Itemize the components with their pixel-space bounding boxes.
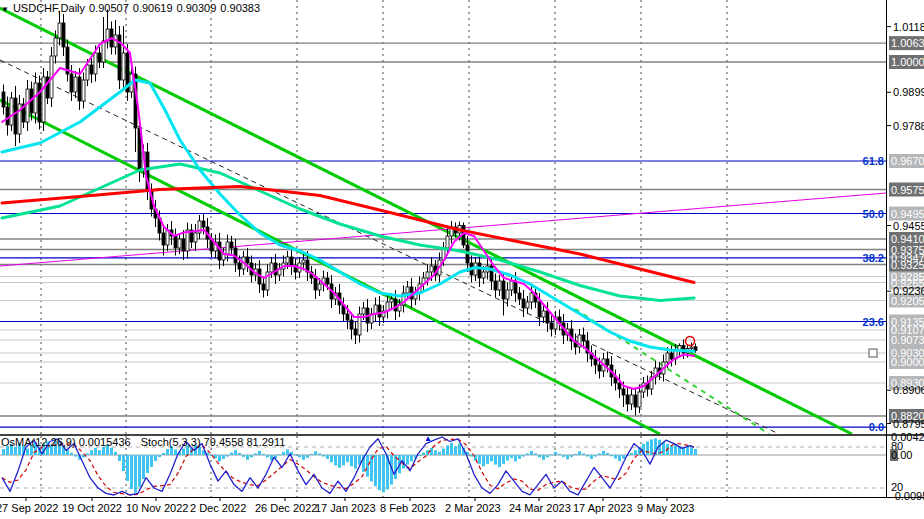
symbol-label: USDCHF,Daily [13, 2, 85, 14]
candle-bull [506, 290, 509, 299]
candle-bear [78, 77, 81, 101]
osma-histogram-bar [434, 450, 437, 455]
osma-histogram-bar [690, 447, 693, 455]
candle-bear [62, 23, 65, 47]
candle-bull [42, 77, 45, 122]
chart-title: ▼USDCHF,Daily0.905070.906190.903090.9038… [1, 2, 264, 14]
price-level-badge-label: 0.90300 [891, 347, 924, 359]
osma-histogram-bar [518, 455, 521, 459]
candle-bull [102, 41, 105, 62]
osma-histogram-bar [590, 455, 593, 459]
candle-bull [530, 293, 533, 302]
osma-histogram-bar [514, 455, 517, 461]
osma-histogram-bar [486, 455, 489, 464]
chart-canvas[interactable] [0, 0, 887, 434]
candle-bear [622, 389, 625, 395]
price-tick-label: 1.01180 [893, 21, 924, 33]
osma-histogram-bar [334, 455, 337, 465]
osma-histogram-bar [646, 441, 649, 455]
osma-histogram-bar [550, 454, 553, 455]
osma-histogram-bar [174, 449, 177, 455]
candle-bear [6, 107, 9, 125]
fibonacci-label-61.8[interactable]: 61.8 [863, 155, 884, 167]
osma-histogram-bar [230, 453, 233, 455]
price-level-badge-label: 0.92050 [891, 295, 924, 307]
candle-bear [182, 239, 185, 251]
osma-histogram-bar [74, 455, 77, 457]
candle-bear [274, 263, 277, 275]
osma-histogram-bar [14, 447, 17, 455]
osma-histogram-bar [114, 452, 117, 455]
candle-bear [162, 233, 165, 245]
fibonacci-label-50.0[interactable]: 50.0 [863, 208, 884, 220]
candle-bull [270, 263, 273, 272]
candle-bear [326, 278, 329, 284]
osma-histogram-bar [338, 455, 341, 468]
price-level-badge-label: 0.94950 [891, 208, 924, 220]
osma-histogram-bar [350, 455, 353, 466]
osma-zero-label: 0.00 [891, 449, 912, 461]
osma-histogram-bar [406, 455, 409, 465]
osma-min-label: -0.009542 [891, 490, 924, 502]
fibonacci-label-0.0[interactable]: 0.0 [869, 421, 884, 433]
candle-bear [314, 278, 317, 290]
price-level-badge-label: 0.96700 [891, 155, 924, 167]
time-tick-label: 8 Feb 2023 [380, 502, 436, 514]
osma-histogram-bar [606, 453, 609, 455]
osma-histogram-bar [318, 453, 321, 455]
candle-bear [174, 236, 177, 248]
osma-histogram-bar [146, 455, 149, 473]
time-tick-label: 2 Dec 2022 [190, 502, 246, 514]
osma-histogram-bar [162, 453, 165, 455]
osma-histogram-bar [306, 455, 309, 458]
candle-bear [46, 77, 49, 98]
candle-bull [226, 242, 229, 254]
candle-bull [58, 23, 61, 38]
osma-histogram-bar [118, 455, 121, 461]
osma-histogram-bar [578, 451, 581, 455]
fibonacci-label-23.6[interactable]: 23.6 [863, 316, 884, 328]
candle-bear [378, 305, 381, 317]
osma-histogram-bar [222, 455, 225, 459]
candle-bear [2, 92, 5, 107]
osma-histogram-bar [294, 454, 297, 455]
price-level-badge-label: 1.00630 [891, 37, 924, 49]
price-level-badge-label: 0.92650 [891, 277, 924, 289]
price-level-badge-label: 0.88200 [891, 410, 924, 422]
osma-histogram-bar [566, 455, 569, 459]
osma-histogram-bar [634, 450, 637, 455]
candle-bull [510, 281, 513, 290]
candle-bear [594, 359, 597, 365]
candle-bull [286, 257, 289, 263]
price-tick-label: 0.97880 [893, 120, 924, 132]
osma-histogram-bar [366, 455, 369, 477]
candle-bear [290, 257, 293, 266]
candle-bear [546, 311, 549, 323]
osma-histogram-bar [494, 455, 497, 465]
candle-bear [518, 293, 521, 299]
osma-histogram-bar [374, 455, 377, 486]
osma-histogram-bar [90, 450, 93, 455]
fibonacci-label-38.2[interactable]: 38.2 [863, 252, 884, 264]
time-tick-label: 2 Mar 2023 [445, 502, 501, 514]
osma-histogram-bar [310, 454, 313, 455]
osma-histogram-bar [138, 455, 141, 487]
osma-histogram-bar [382, 455, 385, 492]
candle-bear [550, 323, 553, 329]
osma-histogram-bar [254, 453, 257, 455]
osma-histogram-bar [262, 454, 265, 455]
osma-histogram-bar [442, 449, 445, 455]
osma-histogram-bar [594, 455, 597, 457]
candle-bear [522, 299, 525, 308]
time-tick-label: 9 May 2023 [637, 502, 694, 514]
osma-histogram-bar [622, 455, 625, 459]
candle-bull [82, 80, 85, 101]
current-price-square-marker[interactable] [869, 349, 877, 357]
candle-bear [618, 383, 621, 389]
candle-bear [478, 263, 481, 278]
osma-histogram-bar [438, 452, 441, 455]
price-level-badge-label: 0.93250 [891, 259, 924, 271]
osma-histogram-bar [122, 455, 125, 471]
osma-histogram-bar [378, 455, 381, 490]
candle-bull [86, 65, 89, 80]
